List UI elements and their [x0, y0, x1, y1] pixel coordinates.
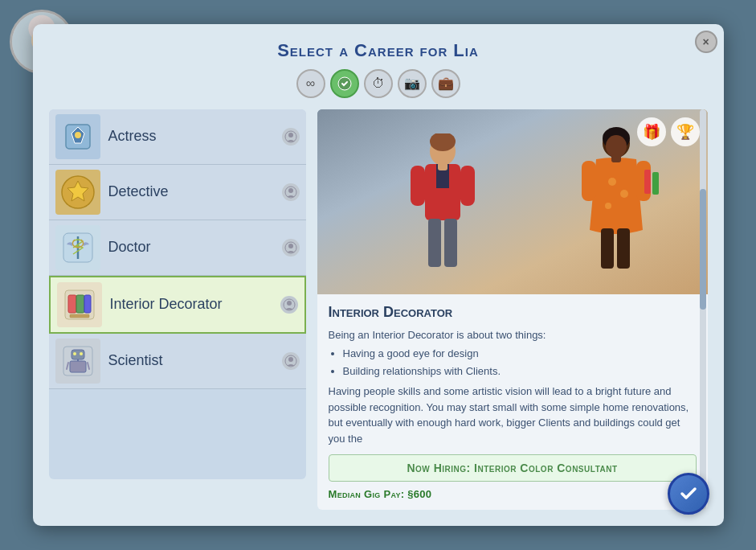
scientist-pack-icon — [282, 352, 300, 370]
career-image-icon-2: 🏆 — [671, 117, 700, 146]
filter-all[interactable]: ∞ — [296, 69, 325, 98]
character-right — [572, 125, 660, 294]
svg-rect-43 — [444, 219, 457, 267]
career-image: 🎁 🏆 — [317, 109, 708, 294]
svg-rect-53 — [601, 228, 614, 269]
bullet-2: Building relationships with Clients. — [343, 363, 697, 380]
close-button[interactable]: × — [695, 31, 717, 53]
svg-point-30 — [73, 352, 76, 355]
active-filter-icon — [337, 76, 352, 91]
actress-icon — [55, 114, 100, 159]
svg-rect-44 — [411, 166, 425, 206]
interior-decorator-icon — [57, 282, 102, 327]
scientist-icon — [55, 339, 100, 384]
svg-point-50 — [608, 178, 616, 186]
median-pay-value: §600 — [407, 488, 431, 500]
doctor-name: Doctor — [108, 239, 282, 256]
svg-rect-25 — [70, 314, 89, 318]
svg-rect-60 — [611, 154, 621, 162]
bullet-1: Having a good eye for design — [343, 346, 697, 362]
median-pay-label: Median Gig Pay: — [329, 488, 408, 500]
svg-point-49 — [606, 135, 627, 158]
doctor-icon — [55, 225, 100, 270]
filter-clock[interactable]: ⏱ — [364, 69, 393, 98]
svg-point-51 — [620, 190, 628, 198]
career-item-detective[interactable]: Detective — [49, 165, 306, 220]
detective-name: Detective — [108, 183, 282, 200]
description-bullets: Having a good eye for design Building re… — [343, 346, 697, 379]
detective-pack-icon — [282, 183, 300, 201]
detail-scrollbar-thumb — [700, 189, 706, 310]
svg-point-13 — [288, 133, 293, 138]
career-detail: 🎁 🏆 — [317, 109, 708, 511]
svg-rect-57 — [644, 170, 651, 194]
career-item-interior-decorator[interactable]: Interior Decorator — [49, 276, 306, 334]
interior-decorator-name: Interior Decorator — [110, 296, 280, 313]
character-left — [403, 133, 483, 294]
career-list: Actress Detective — [49, 109, 306, 479]
svg-rect-24 — [84, 295, 91, 313]
detail-title: Interior Decorator — [329, 304, 697, 321]
scientist-name: Scientist — [108, 352, 282, 369]
modal-title: Select a Career for Lia — [49, 40, 708, 61]
median-pay: Median Gig Pay: §600 — [329, 488, 697, 500]
svg-rect-32 — [70, 361, 86, 372]
filter-row: ∞ ⏱ 📷 💼 — [49, 69, 708, 98]
doctor-pack-icon — [282, 239, 300, 257]
hiring-banner: Now Hiring: Interior Color Consultant — [329, 454, 697, 482]
svg-rect-42 — [428, 219, 441, 267]
description-line2: Having people skills and some artistic v… — [329, 385, 689, 445]
svg-point-11 — [75, 132, 81, 138]
description-line1: Being an Interior Decorator is about two… — [329, 329, 546, 341]
modal: × Select a Career for Lia ∞ ⏱ 📷 💼 — [33, 24, 724, 527]
svg-point-16 — [288, 188, 293, 193]
modal-overlay: × Select a Career for Lia ∞ ⏱ 📷 💼 — [0, 0, 756, 550]
svg-rect-23 — [76, 295, 84, 313]
actress-name: Actress — [108, 128, 282, 145]
svg-point-31 — [80, 352, 83, 355]
career-item-actress[interactable]: Actress — [49, 109, 306, 165]
filter-briefcase[interactable]: 💼 — [431, 69, 460, 98]
detail-description: Being an Interior Decorator is about two… — [329, 327, 697, 447]
interior-pack-icon — [280, 296, 298, 314]
svg-rect-55 — [582, 161, 596, 201]
checkmark-icon — [677, 482, 700, 505]
filter-camera[interactable]: 📷 — [398, 69, 427, 98]
actress-pack-icon — [282, 128, 300, 146]
svg-point-37 — [288, 357, 293, 362]
detail-content: Interior Decorator Being an Interior Dec… — [317, 294, 708, 511]
svg-rect-58 — [652, 172, 659, 195]
svg-rect-45 — [460, 166, 475, 206]
svg-point-27 — [287, 301, 292, 306]
svg-rect-46 — [438, 162, 447, 170]
svg-point-52 — [605, 203, 611, 209]
close-icon: × — [702, 35, 709, 48]
svg-rect-22 — [68, 295, 76, 313]
career-item-scientist[interactable]: Scientist — [49, 334, 306, 389]
confirm-button[interactable] — [668, 473, 709, 515]
career-item-doctor[interactable]: Doctor — [49, 220, 306, 276]
modal-body: Actress Detective — [49, 109, 708, 511]
detective-icon — [55, 170, 100, 215]
detail-scrollbar[interactable] — [700, 109, 706, 511]
svg-point-20 — [288, 244, 293, 248]
filter-active[interactable] — [330, 69, 359, 98]
svg-rect-54 — [617, 228, 630, 269]
